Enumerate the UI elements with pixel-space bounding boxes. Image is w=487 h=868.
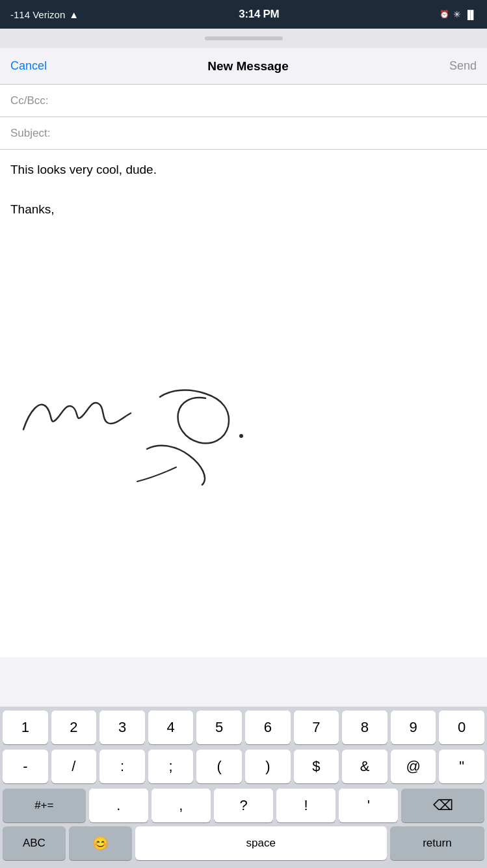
signature-area <box>0 345 487 488</box>
keyboard-row-numbers: 1 2 3 4 5 6 7 8 9 0 <box>0 707 487 746</box>
key-0[interactable]: 0 <box>439 711 484 744</box>
key-space[interactable]: space <box>135 826 387 860</box>
key-4[interactable]: 4 <box>148 711 194 744</box>
body-text: This looks very cool, dude. Thanks, <box>10 160 477 219</box>
key-7[interactable]: 7 <box>294 711 339 744</box>
body-spacer <box>0 488 487 657</box>
bluetooth-icon: ✳ <box>453 9 461 20</box>
key-minus[interactable]: - <box>3 750 48 783</box>
key-slash[interactable]: / <box>51 750 97 783</box>
email-form: Cc/Bcc: Subject: <box>0 85 487 150</box>
key-semicolon[interactable]: ; <box>148 750 194 783</box>
key-3[interactable]: 3 <box>99 711 145 744</box>
key-hashtag-special[interactable]: #+= <box>3 789 86 822</box>
key-close-paren[interactable]: ) <box>245 750 291 783</box>
send-button[interactable]: Send <box>449 59 477 73</box>
key-period[interactable]: . <box>89 789 148 822</box>
key-at[interactable]: @ <box>391 750 436 783</box>
key-question[interactable]: ? <box>214 789 273 822</box>
key-exclaim[interactable]: ! <box>276 789 336 822</box>
status-time: 3:14 PM <box>239 8 279 21</box>
signature-svg <box>10 358 257 488</box>
key-dollar[interactable]: $ <box>294 750 339 783</box>
key-open-paren[interactable]: ( <box>196 750 242 783</box>
wifi-icon: ▲ <box>69 9 79 20</box>
key-6[interactable]: 6 <box>245 711 291 744</box>
key-1[interactable]: 1 <box>3 711 48 744</box>
key-2[interactable]: 2 <box>51 711 97 744</box>
key-delete[interactable]: ⌫ <box>401 789 484 822</box>
cancel-button[interactable]: Cancel <box>10 59 47 73</box>
key-abc[interactable]: ABC <box>3 826 66 860</box>
status-left: -114 Verizon ▲ <box>10 9 79 20</box>
status-right: ⏰ ✳ ▐▌ <box>440 9 477 20</box>
keyboard-bottom-row: ABC 😊 space return <box>0 824 487 868</box>
key-quote[interactable]: " <box>439 750 484 783</box>
key-8[interactable]: 8 <box>342 711 388 744</box>
keyboard-row-special: #+= . , ? ! ' ⌫ <box>0 785 487 824</box>
status-bar: -114 Verizon ▲ 3:14 PM ⏰ ✳ ▐▌ <box>0 0 487 29</box>
nav-bar: Cancel New Message Send <box>0 48 487 85</box>
keyboard[interactable]: 1 2 3 4 5 6 7 8 9 0 - / : ; ( ) $ & @ " … <box>0 707 487 868</box>
key-5[interactable]: 5 <box>196 711 242 744</box>
compose-title: New Message <box>207 59 289 74</box>
drag-handle <box>205 36 283 40</box>
key-middot[interactable]: , <box>151 789 211 822</box>
alarm-icon: ⏰ <box>440 10 449 19</box>
cc-bcc-input[interactable] <box>56 94 477 107</box>
key-apostrophe[interactable]: ' <box>339 789 398 822</box>
subject-input[interactable] <box>56 127 477 140</box>
drag-handle-area <box>0 29 487 48</box>
key-return[interactable]: return <box>390 826 484 860</box>
svg-point-0 <box>239 434 243 438</box>
carrier-label: -114 Verizon <box>10 9 65 20</box>
cc-bcc-label: Cc/Bcc: <box>10 94 56 107</box>
cc-bcc-row: Cc/Bcc: <box>0 85 487 117</box>
key-emoji[interactable]: 😊 <box>69 826 132 860</box>
battery-icon: ▐▌ <box>465 10 477 20</box>
subject-label: Subject: <box>10 127 56 140</box>
keyboard-row-symbols: - / : ; ( ) $ & @ " <box>0 746 487 785</box>
key-ampersand[interactable]: & <box>342 750 388 783</box>
email-body[interactable]: This looks very cool, dude. Thanks, <box>0 150 487 345</box>
key-9[interactable]: 9 <box>391 711 436 744</box>
key-colon[interactable]: : <box>99 750 145 783</box>
subject-row: Subject: <box>0 117 487 150</box>
